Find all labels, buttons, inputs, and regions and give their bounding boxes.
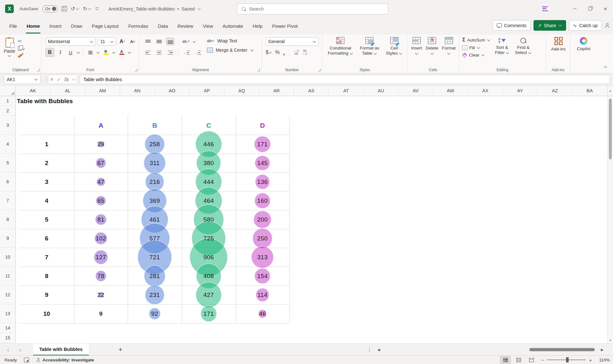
insert-function-button[interactable]: fx bbox=[64, 77, 68, 82]
fill-color-button[interactable] bbox=[102, 48, 110, 57]
close-button[interactable]: ✕ bbox=[598, 0, 613, 18]
column-header-AX[interactable]: AX bbox=[468, 86, 503, 96]
column-header-AP[interactable]: AP bbox=[190, 86, 224, 96]
autosum-button[interactable]: Σ AutoSum bbox=[462, 37, 490, 43]
addins-button[interactable]: Add-ins bbox=[550, 37, 567, 52]
column-header-BA[interactable]: BA bbox=[572, 86, 607, 96]
comments-button[interactable]: Comments bbox=[493, 20, 531, 31]
column-header-AM[interactable]: AM bbox=[85, 86, 120, 96]
delete-cells-button[interactable]: Delete bbox=[424, 37, 439, 56]
scroll-up-button[interactable]: ▲ bbox=[607, 86, 613, 96]
row-header-8[interactable]: 8 bbox=[0, 210, 15, 229]
document-title-area[interactable]: AnnKEmery_Table-with-Bubbles • Saved bbox=[108, 6, 201, 11]
chevron-down-icon[interactable] bbox=[77, 50, 80, 54]
column-header-AU[interactable]: AU bbox=[364, 86, 398, 96]
font-name-select[interactable]: Montserrat bbox=[45, 37, 96, 46]
ribbon-tab-power-pivot[interactable]: Power Pivot bbox=[267, 18, 302, 34]
increase-indent-button[interactable]: → bbox=[193, 49, 202, 57]
italic-button[interactable]: I bbox=[56, 48, 64, 57]
borders-button[interactable]: ⊞ bbox=[86, 48, 95, 57]
ribbon-tab-file[interactable]: File bbox=[4, 18, 22, 34]
chevron-down-icon[interactable] bbox=[128, 50, 131, 54]
zoom-slider-thumb[interactable] bbox=[566, 357, 569, 362]
number-format-select[interactable]: General bbox=[266, 37, 319, 46]
font-size-select[interactable]: 11 bbox=[98, 37, 116, 46]
format-as-table-button[interactable]: Format asTable bbox=[359, 37, 381, 56]
ribbon-tab-data[interactable]: Data bbox=[153, 18, 173, 34]
normal-view-button[interactable] bbox=[500, 356, 511, 364]
name-box[interactable]: AK1 bbox=[4, 75, 41, 84]
ribbon-tab-home[interactable]: Home bbox=[22, 18, 45, 34]
restore-button[interactable] bbox=[582, 0, 598, 18]
column-header-AR[interactable]: AR bbox=[259, 86, 294, 96]
enter-button[interactable]: ✓ bbox=[57, 77, 61, 82]
cell-styles-button[interactable]: CellStyles bbox=[385, 37, 404, 56]
row-header-6[interactable]: 6 bbox=[0, 172, 15, 191]
comma-format-button[interactable]: , bbox=[283, 49, 285, 56]
vertical-scrollbar[interactable]: ▼ bbox=[607, 96, 613, 343]
align-center-button[interactable] bbox=[155, 49, 163, 57]
column-header-AK[interactable]: AK bbox=[16, 86, 50, 96]
dialog-launcher-icon[interactable] bbox=[135, 69, 137, 71]
column-header-AQ[interactable]: AQ bbox=[224, 86, 259, 96]
decrease-decimal-button[interactable]: .00→.0 bbox=[302, 49, 307, 55]
ribbon-tab-automate[interactable]: Automate bbox=[218, 18, 248, 34]
fill-button[interactable]: ↓ Fill bbox=[462, 45, 490, 50]
middle-align-button[interactable] bbox=[155, 38, 163, 45]
increase-font-size-button[interactable]: A^ bbox=[118, 37, 126, 46]
align-left-button[interactable] bbox=[144, 49, 152, 57]
dialog-launcher-icon[interactable] bbox=[318, 69, 321, 71]
dialog-launcher-icon[interactable] bbox=[37, 69, 40, 71]
insert-cells-button[interactable]: Insert bbox=[410, 37, 423, 56]
row-header-14[interactable]: 14 bbox=[0, 323, 15, 333]
top-align-button[interactable] bbox=[144, 38, 152, 45]
collapse-ribbon-button[interactable] bbox=[604, 66, 607, 69]
column-header-AT[interactable]: AT bbox=[329, 86, 364, 96]
decrease-indent-button[interactable]: ← bbox=[182, 49, 191, 57]
ribbon-tab-formulas[interactable]: Formulas bbox=[124, 18, 153, 34]
format-cells-button[interactable]: Format bbox=[441, 37, 457, 56]
column-header-AL[interactable]: AL bbox=[50, 86, 85, 96]
ribbon-tab-view[interactable]: View bbox=[198, 18, 218, 34]
excel-logo-icon[interactable]: X bbox=[5, 4, 14, 13]
percent-format-button[interactable]: % bbox=[275, 49, 280, 55]
bold-button[interactable]: B bbox=[45, 48, 54, 57]
zoom-out-button[interactable]: − bbox=[541, 357, 544, 363]
orientation-button[interactable]: ab↗ bbox=[182, 39, 190, 44]
wrap-text-button[interactable]: ab↩ Wrap Text bbox=[207, 38, 254, 43]
zoom-slider[interactable] bbox=[547, 360, 586, 360]
kebab-icon[interactable]: ⋮ bbox=[367, 344, 372, 356]
row-header-9[interactable]: 9 bbox=[0, 229, 15, 248]
ribbon-tab-insert[interactable]: Insert bbox=[45, 18, 66, 34]
underline-button[interactable]: U bbox=[66, 48, 75, 57]
clear-button[interactable]: Clear bbox=[462, 53, 490, 57]
search-input[interactable]: Search bbox=[237, 4, 388, 14]
copy-button[interactable] bbox=[18, 46, 25, 51]
save-button[interactable] bbox=[62, 6, 67, 11]
column-header-AO[interactable]: AO bbox=[155, 86, 190, 96]
row-header-10[interactable]: 10 bbox=[0, 248, 15, 267]
find-select-button[interactable]: Find &Select bbox=[514, 37, 533, 57]
add-sheet-button[interactable]: + bbox=[116, 344, 125, 356]
row-header-5[interactable]: 5 bbox=[0, 154, 15, 172]
cancel-button[interactable]: ✕ bbox=[50, 77, 54, 82]
dialog-launcher-icon[interactable] bbox=[257, 69, 260, 71]
paste-button[interactable]: Paste bbox=[4, 38, 15, 57]
copilot-button[interactable]: Copilot bbox=[576, 37, 592, 51]
column-header-AW[interactable]: AW bbox=[433, 86, 468, 96]
row-header-12[interactable]: 12 bbox=[0, 285, 15, 304]
chevron-down-icon[interactable] bbox=[112, 50, 116, 54]
format-painter-button[interactable] bbox=[18, 54, 22, 58]
cell-ak1-title[interactable]: Table with Bubbles bbox=[17, 98, 73, 105]
chevron-down-icon[interactable] bbox=[72, 77, 75, 80]
row-header-11[interactable]: 11 bbox=[0, 267, 15, 285]
previous-sheet-button[interactable]: ‹ bbox=[7, 344, 9, 356]
zoom-level[interactable]: 110% bbox=[595, 358, 610, 362]
column-header-AY[interactable]: AY bbox=[503, 86, 538, 96]
row-header-13[interactable]: 13 bbox=[0, 304, 15, 323]
share-button[interactable]: ↗ Share bbox=[534, 20, 566, 31]
next-sheet-button[interactable]: › bbox=[19, 344, 21, 356]
account-avatar[interactable]: depict data studio bbox=[540, 4, 551, 14]
column-header-AZ[interactable]: AZ bbox=[538, 86, 572, 96]
accessibility-status[interactable]: Accessibility: Investigate bbox=[36, 358, 94, 362]
